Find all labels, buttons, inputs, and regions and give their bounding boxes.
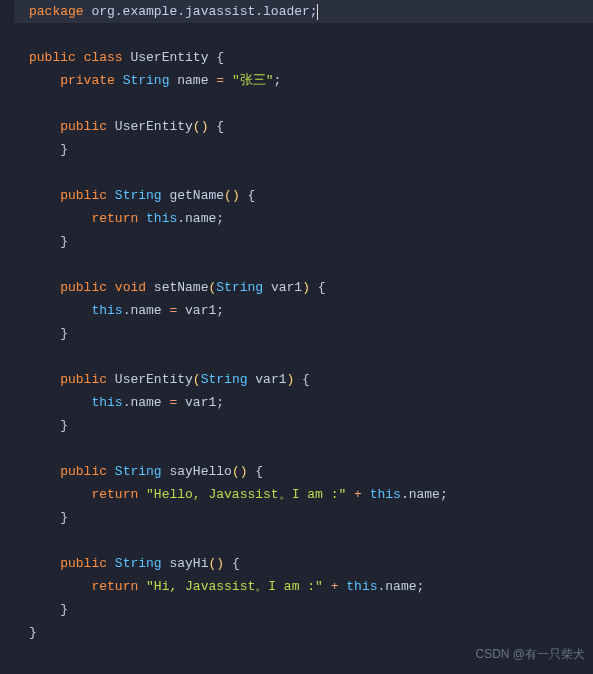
method-name: sayHello [162, 464, 232, 479]
code-line[interactable] [14, 161, 593, 184]
code-line[interactable]: return "Hi, Javassist。I am :" + this.nam… [14, 575, 593, 598]
code-line[interactable]: } [14, 598, 593, 621]
this-keyword: this [91, 303, 122, 318]
string-literal: "张三" [224, 73, 273, 88]
code-line[interactable]: private String name = "张三"; [14, 69, 593, 92]
code-line[interactable]: return "Hello, Javassist。I am :" + this.… [14, 483, 593, 506]
this-keyword: this [346, 579, 377, 594]
package-name: org.example.javassist.loader; [84, 4, 318, 19]
keyword: public [60, 119, 107, 134]
type: String [216, 280, 263, 295]
keyword: public [60, 372, 107, 387]
keyword: return [91, 487, 138, 502]
code-line[interactable]: public String sayHi() { [14, 552, 593, 575]
method-name: setName [146, 280, 208, 295]
code-editor[interactable]: package org.example.javassist.loader; pu… [0, 0, 593, 674]
keyword: public [60, 188, 107, 203]
code-line[interactable]: return this.name; [14, 207, 593, 230]
code-line[interactable]: } [14, 138, 593, 161]
code-line[interactable]: } [14, 414, 593, 437]
string-literal: "Hello, Javassist。I am :" [138, 487, 346, 502]
code-line[interactable] [14, 437, 593, 460]
constructor-name: UserEntity [115, 119, 193, 134]
code-line[interactable] [14, 345, 593, 368]
code-line[interactable]: public String getName() { [14, 184, 593, 207]
keyword: return [91, 211, 138, 226]
this-keyword: this [91, 395, 122, 410]
code-line[interactable] [14, 529, 593, 552]
keyword: public [29, 50, 76, 65]
this-keyword: this [370, 487, 401, 502]
type: String [115, 556, 162, 571]
type: String [115, 464, 162, 479]
code-line[interactable]: public UserEntity(String var1) { [14, 368, 593, 391]
keyword: public [60, 464, 107, 479]
keyword: return [91, 579, 138, 594]
code-line[interactable]: } [14, 506, 593, 529]
code-line[interactable]: public class UserEntity { [14, 46, 593, 69]
code-line[interactable]: public void setName(String var1) { [14, 276, 593, 299]
type: String [123, 73, 170, 88]
string-literal: "Hi, Javassist。I am :" [138, 579, 323, 594]
type: String [201, 372, 248, 387]
code-line[interactable] [14, 92, 593, 115]
keyword: private [60, 73, 115, 88]
watermark: CSDN @有一只柴犬 [475, 643, 585, 666]
keyword: package [29, 4, 84, 19]
class-name: UserEntity [130, 50, 208, 65]
code-line[interactable]: this.name = var1; [14, 391, 593, 414]
keyword: public [60, 280, 107, 295]
this-keyword: this [146, 211, 177, 226]
keyword: class [84, 50, 123, 65]
code-line[interactable] [14, 253, 593, 276]
type: String [115, 188, 162, 203]
code-line[interactable]: } [14, 230, 593, 253]
code-line[interactable]: } [14, 322, 593, 345]
code-line[interactable]: public UserEntity() { [14, 115, 593, 138]
method-name: getName [162, 188, 224, 203]
code-line[interactable]: public String sayHello() { [14, 460, 593, 483]
code-line[interactable] [14, 23, 593, 46]
code-line[interactable]: package org.example.javassist.loader; [14, 0, 593, 23]
method-name: sayHi [162, 556, 209, 571]
keyword: void [115, 280, 146, 295]
constructor-name: UserEntity [115, 372, 193, 387]
keyword: public [60, 556, 107, 571]
code-line[interactable]: } [14, 621, 593, 644]
code-line[interactable]: this.name = var1; [14, 299, 593, 322]
text-cursor [317, 4, 318, 20]
